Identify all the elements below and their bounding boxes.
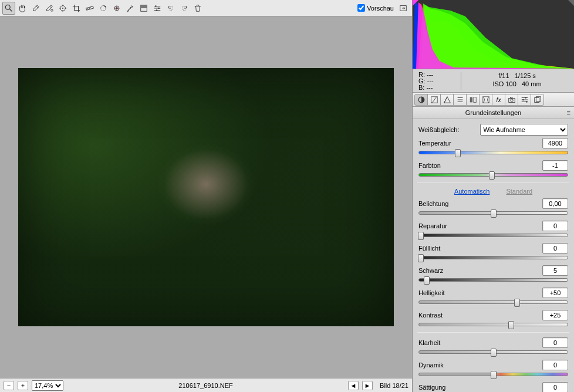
tint-slider[interactable] — [418, 173, 568, 177]
rotate-cw-icon[interactable] — [178, 2, 191, 15]
brightness-slider[interactable] — [418, 300, 568, 304]
standard-link[interactable]: Standard — [506, 188, 532, 195]
brightness-value[interactable]: +50 — [542, 288, 568, 298]
shadow-clip-warning-icon[interactable] — [413, 0, 418, 6]
readout-b: B: --- — [418, 85, 456, 91]
graduated-filter-icon[interactable] — [137, 2, 150, 15]
temperature-label: Temperatur — [418, 140, 542, 147]
straighten-tool-icon[interactable] — [83, 2, 96, 15]
svg-point-36 — [510, 99, 512, 102]
filename-label: 210617_6910.NEF — [67, 382, 345, 389]
svg-rect-44 — [534, 98, 539, 103]
tint-label: Farbton — [418, 162, 542, 169]
svg-rect-28 — [431, 97, 437, 103]
next-image-button[interactable]: ► — [362, 381, 373, 390]
recovery-value[interactable]: 0 — [542, 221, 568, 231]
color-sampler-icon[interactable] — [43, 2, 56, 15]
fullscreen-icon[interactable] — [397, 2, 410, 15]
auto-link[interactable]: Automatisch — [454, 188, 490, 195]
recovery-label: Reparatur — [418, 222, 542, 229]
black-label: Schwarz — [418, 267, 542, 274]
zoom-out-button[interactable]: − — [4, 381, 14, 390]
tab-detail-icon[interactable] — [440, 94, 454, 106]
svg-rect-37 — [510, 97, 512, 99]
clarity-slider[interactable] — [418, 350, 568, 354]
panel-tabs: fx — [413, 93, 574, 107]
info-row: R: --- G: --- B: --- f/11 1/125 sISO 100… — [413, 69, 574, 93]
clarity-value[interactable]: 0 — [542, 337, 568, 348]
zoom-select[interactable]: 17,4% — [32, 380, 63, 391]
targeted-adjust-icon[interactable] — [56, 2, 69, 15]
svg-line-1 — [9, 9, 12, 11]
preview-checkbox[interactable] — [357, 4, 365, 12]
panel-menu-icon[interactable]: ≡ — [567, 109, 570, 116]
zoom-in-button[interactable]: + — [18, 381, 28, 390]
tab-lens-icon[interactable] — [479, 94, 492, 106]
photo-preview — [18, 68, 394, 326]
tint-value[interactable]: -1 — [542, 160, 568, 171]
recovery-slider[interactable] — [418, 234, 568, 237]
clarity-label: Klarheit — [418, 339, 542, 346]
svg-point-24 — [158, 7, 160, 9]
tab-snapshots-icon[interactable] — [531, 94, 544, 106]
tab-split-toning-icon[interactable] — [466, 94, 480, 106]
contrast-value[interactable]: +25 — [542, 310, 568, 320]
saturation-value[interactable]: 0 — [542, 382, 568, 392]
svg-point-13 — [101, 5, 106, 11]
svg-point-23 — [155, 5, 157, 7]
tab-hsl-icon[interactable] — [453, 94, 467, 106]
svg-point-43 — [526, 101, 527, 102]
exif-readout: f/11 1/125 sISO 100 40 mm — [466, 72, 568, 90]
svg-point-0 — [5, 5, 10, 9]
black-value[interactable]: 5 — [542, 265, 568, 276]
highlight-clip-warning-icon[interactable] — [568, 0, 574, 6]
filllight-value[interactable]: 0 — [542, 243, 568, 254]
hand-tool-icon[interactable] — [16, 2, 29, 15]
temperature-value[interactable]: 4900 — [542, 138, 568, 148]
svg-rect-32 — [470, 97, 472, 103]
contrast-label: Kontrast — [418, 312, 542, 319]
svg-rect-45 — [536, 97, 541, 102]
right-panel: R: --- G: --- B: --- f/11 1/125 sISO 100… — [412, 0, 574, 392]
svg-rect-35 — [508, 98, 515, 102]
contrast-slider[interactable] — [418, 323, 568, 326]
preferences-icon[interactable] — [151, 2, 164, 15]
exposure-value[interactable]: 0,00 — [542, 198, 568, 209]
crop-tool-icon[interactable] — [70, 2, 83, 15]
filllight-slider[interactable] — [418, 256, 568, 259]
exposure-label: Belichtung — [418, 200, 542, 207]
white-balance-eyedropper-icon[interactable] — [29, 2, 42, 15]
black-slider[interactable] — [418, 278, 568, 282]
preview-checkbox-label[interactable]: Vorschau — [357, 4, 394, 12]
image-viewport[interactable] — [0, 16, 412, 378]
bottom-bar: − + 17,4% 210617_6910.NEF ◄ ► Bild 18/21 — [0, 378, 412, 392]
spot-removal-icon[interactable] — [97, 2, 110, 15]
svg-rect-19 — [141, 5, 147, 8]
svg-point-42 — [522, 99, 524, 100]
exposure-slider[interactable] — [418, 211, 568, 215]
vibrance-value[interactable]: 0 — [542, 360, 568, 370]
prev-image-button[interactable]: ◄ — [348, 381, 359, 390]
histogram[interactable] — [413, 0, 574, 69]
svg-rect-9 — [86, 6, 94, 10]
vibrance-slider[interactable] — [418, 373, 568, 376]
rotate-ccw-icon[interactable] — [164, 2, 177, 15]
svg-point-4 — [62, 7, 63, 8]
tab-camera-icon[interactable] — [505, 94, 518, 106]
redeye-tool-icon[interactable] — [110, 2, 123, 15]
tab-fx-icon[interactable]: fx — [492, 94, 505, 106]
tab-basic-icon[interactable] — [414, 94, 428, 106]
svg-rect-34 — [482, 97, 489, 103]
adjustment-brush-icon[interactable] — [124, 2, 137, 15]
svg-point-25 — [156, 9, 158, 11]
trash-icon[interactable] — [191, 2, 204, 15]
wb-select[interactable]: Wie Aufnahme — [480, 124, 568, 136]
svg-point-41 — [525, 97, 526, 98]
tab-curve-icon[interactable] — [427, 94, 441, 106]
section-title: Grundeinstellungen — [465, 109, 521, 116]
svg-rect-33 — [473, 97, 475, 103]
svg-rect-26 — [400, 5, 407, 11]
zoom-tool-icon[interactable] — [2, 2, 15, 15]
temperature-slider[interactable] — [418, 151, 568, 154]
tab-presets-icon[interactable] — [518, 94, 531, 106]
